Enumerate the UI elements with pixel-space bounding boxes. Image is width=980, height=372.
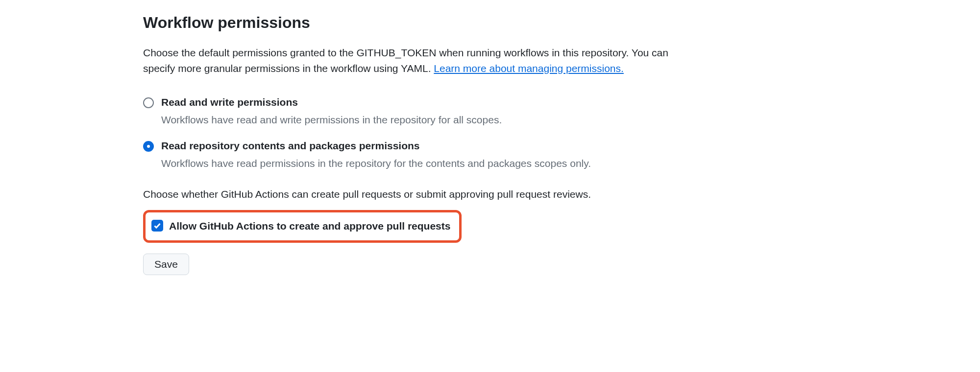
radio-label-wrap: Read repository contents and packages pe… xyxy=(161,138,591,171)
learn-more-link[interactable]: Learn more about managing permissions. xyxy=(434,63,624,74)
radio-label-wrap: Read and write permissions Workflows hav… xyxy=(161,94,502,127)
radio-circle-selected-icon xyxy=(143,141,154,152)
permissions-radio-group: Read and write permissions Workflows hav… xyxy=(143,94,980,171)
save-button[interactable]: Save xyxy=(143,254,189,275)
checkbox-wrap: Allow GitHub Actions to create and appro… xyxy=(151,218,450,234)
allow-pr-checkbox[interactable] xyxy=(151,220,163,232)
radio-sub-read-write: Workflows have read and write permission… xyxy=(161,112,502,128)
check-icon xyxy=(153,222,161,230)
section-heading: Workflow permissions xyxy=(143,11,980,34)
radio-title-read-only[interactable]: Read repository contents and packages pe… xyxy=(161,138,591,154)
section-description: Choose the default permissions granted t… xyxy=(143,45,672,76)
radio-option-read-write: Read and write permissions Workflows hav… xyxy=(143,94,980,127)
radio-input-read-only[interactable] xyxy=(143,140,154,156)
radio-sub-read-only: Workflows have read permissions in the r… xyxy=(161,156,591,171)
radio-title-read-write[interactable]: Read and write permissions xyxy=(161,94,502,110)
radio-circle-icon xyxy=(143,97,154,108)
radio-input-read-write[interactable] xyxy=(143,97,154,113)
highlighted-checkbox-row: Allow GitHub Actions to create and appro… xyxy=(143,210,462,243)
pull-request-description: Choose whether GitHub Actions can create… xyxy=(143,186,980,202)
radio-option-read-only: Read repository contents and packages pe… xyxy=(143,138,980,171)
allow-pr-checkbox-label[interactable]: Allow GitHub Actions to create and appro… xyxy=(169,218,450,234)
